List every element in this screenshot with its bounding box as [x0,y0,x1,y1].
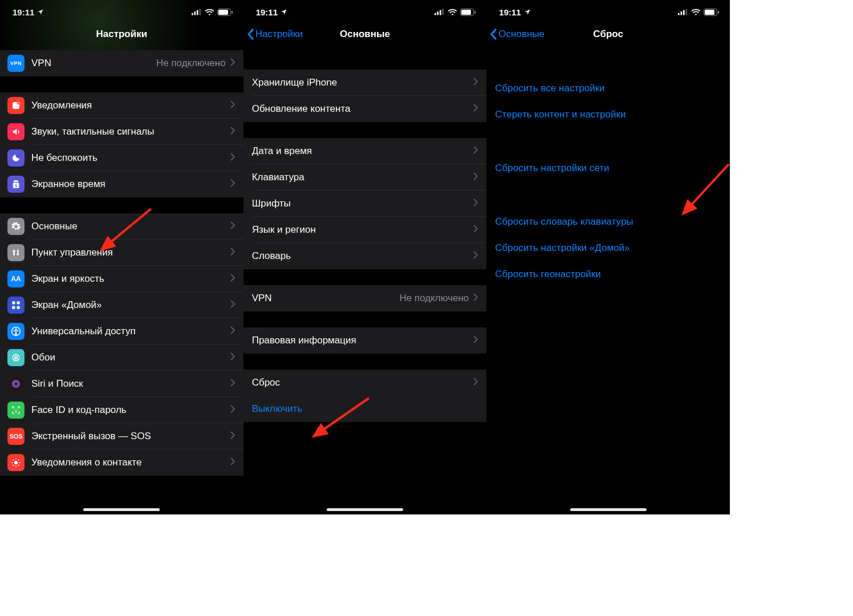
row-label: Экстренный вызов — SOS [31,431,230,442]
sounds-icon [7,123,25,140]
row-label: Сбросить настройки «Домой» [495,242,721,254]
list-row[interactable]: Дата и время [243,138,487,164]
row-sos[interactable]: SOSЭкстренный вызов — SOS [0,423,243,449]
chevron-right-icon [230,326,235,337]
row-display[interactable]: AAЭкран и яркость [0,266,243,292]
svg-line-34 [18,465,19,466]
signal-icon [678,9,688,15]
svg-rect-49 [685,9,687,15]
svg-line-35 [13,465,14,466]
status-bar: 19:11 [0,0,243,22]
back-button[interactable]: Настройки [247,22,303,47]
list-row[interactable]: Правовая информация [243,327,487,354]
list-row[interactable]: Сбросить настройки сети [486,155,730,181]
row-general[interactable]: Основные [0,213,243,240]
list-row[interactable]: Сброс [243,370,487,396]
svg-rect-52 [718,11,719,14]
svg-line-33 [13,459,14,460]
row-label: Уведомления о контакте [31,457,230,468]
screentime-icon [7,176,25,193]
wifi-icon [448,9,457,15]
row-controlcenter[interactable]: Пункт управления [0,240,243,266]
status-icons [434,9,476,16]
svg-rect-1 [194,11,196,15]
chevron-right-icon [473,225,478,235]
chevron-right-icon [230,179,235,189]
svg-rect-16 [17,306,20,309]
row-label: Язык и регион [252,224,474,236]
list-row[interactable]: Сбросить словарь клавиатуры [486,209,730,235]
row-exposure[interactable]: Уведомления о контакте [0,449,243,476]
chevron-right-icon [230,127,235,137]
list-row[interactable]: Сбросить геонастройки [486,261,730,287]
row-siri[interactable]: Siri и Поиск [0,371,243,397]
list-row[interactable]: Обновление контента [243,96,487,122]
list-row[interactable]: Сбросить настройки «Домой» [486,235,730,261]
row-label: Универсальный доступ [31,326,230,337]
faceid-icon [7,402,25,419]
svg-rect-43 [461,10,471,15]
svg-point-18 [15,329,17,330]
row-label: Сбросить все настройки [495,83,721,94]
dnd-icon [7,149,25,167]
home-indicator [570,508,647,511]
row-label: Уведомления [31,100,230,111]
svg-rect-51 [705,10,714,15]
row-label: Стереть контент и настройки [495,109,721,120]
row-label: Дата и время [252,145,474,157]
row-dnd[interactable]: Не беспокоить [0,145,243,171]
row-label: Пункт управления [31,247,230,258]
wifi-icon [691,9,701,15]
siri-icon [7,375,25,392]
chevron-right-icon [230,457,235,468]
list-row[interactable]: Стереть контент и настройки [486,102,730,128]
list-row[interactable]: Словарь [243,243,487,269]
nav-bar: Настройки [0,22,243,47]
svg-rect-15 [12,306,15,309]
svg-rect-12 [17,250,19,253]
chevron-right-icon [473,146,478,156]
row-shutdown[interactable]: Выключить [243,396,487,422]
status-time: 19:11 [499,7,521,17]
row-faceid[interactable]: Face ID и код-пароль [0,397,243,423]
svg-rect-13 [12,301,15,304]
row-sounds[interactable]: Звуки, тактильные сигналы [0,119,243,145]
svg-rect-14 [17,301,20,304]
svg-point-20 [15,357,17,359]
svg-line-36 [18,459,19,460]
row-wallpaper[interactable]: Обои [0,345,243,371]
row-notifications[interactable]: Уведомления [0,92,243,119]
row-label: Обновление контента [252,103,474,115]
list-row[interactable]: Шрифты [243,191,487,217]
list-row[interactable]: Хранилище iPhone [243,70,487,96]
home-indicator [327,508,403,511]
list-row[interactable]: Сбросить все настройки [486,75,730,102]
svg-rect-10 [13,252,15,256]
svg-rect-41 [442,9,444,15]
signal-icon [434,9,445,15]
back-button[interactable]: Основные [490,22,545,47]
svg-rect-5 [218,10,228,15]
list-row[interactable]: Язык и регион [243,217,487,243]
svg-rect-46 [678,13,680,15]
screen-settings: 19:11 Настройки VPN VPN Не подключено Ув… [0,0,243,514]
row-label: Сбросить геонастройки [495,269,721,280]
row-label: Основные [31,221,230,232]
row-vpn[interactable]: VPN VPN Не подключено [0,50,243,76]
homescreen-icon [7,297,25,314]
home-indicator [83,508,160,511]
svg-rect-38 [434,13,436,15]
row-accessibility[interactable]: Универсальный доступ [0,318,243,345]
svg-point-26 [14,409,15,410]
svg-rect-48 [683,10,685,15]
row-label: Сбросить настройки сети [495,163,721,174]
vpn-icon: VPN [7,55,25,72]
list-row[interactable]: VPNНе подключено [243,285,487,311]
chevron-right-icon [230,431,235,441]
row-screentime[interactable]: Экранное время [0,171,243,197]
row-detail: Не подключено [400,293,469,304]
chevron-right-icon [473,198,478,209]
list-row[interactable]: Клавиатура [243,164,487,191]
row-homescreen[interactable]: Экран «Домой» [0,292,243,318]
svg-rect-3 [199,9,201,15]
